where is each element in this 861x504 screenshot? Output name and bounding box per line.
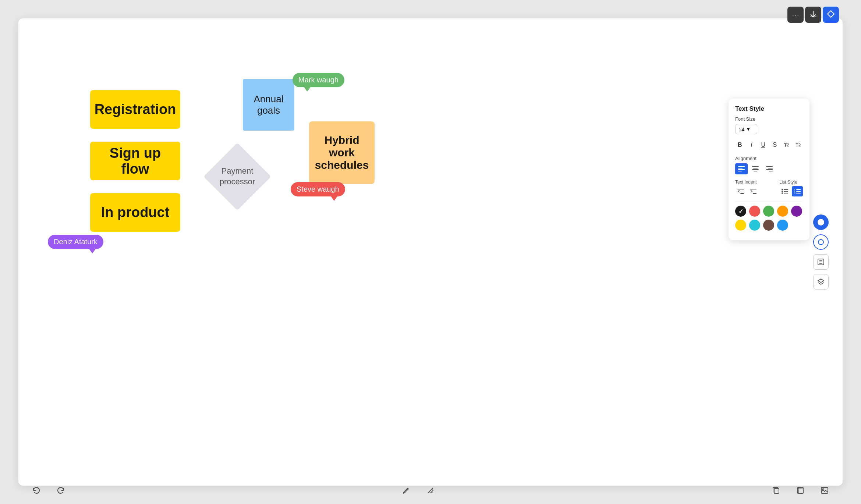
inproduct-label: In product bbox=[101, 205, 170, 220]
bottom-left-tools bbox=[29, 483, 68, 497]
svg-rect-11 bbox=[769, 171, 773, 171]
svg-text:3.: 3. bbox=[794, 192, 796, 194]
deniz-arrow-icon bbox=[89, 248, 96, 253]
format-row: B I U S T2 T2 bbox=[735, 139, 803, 150]
redo-button[interactable] bbox=[54, 483, 68, 497]
color-black[interactable] bbox=[735, 206, 746, 217]
svg-rect-15 bbox=[753, 193, 757, 194]
svg-rect-21 bbox=[784, 193, 788, 194]
font-size-label: Font Size bbox=[735, 116, 803, 122]
deniz-ataturk-label: Deniz Ataturk bbox=[48, 235, 103, 249]
payment-label: Payment processor bbox=[215, 166, 259, 187]
mark-waugh-text: Mark waugh bbox=[298, 76, 339, 84]
registration-sticky[interactable]: Registration bbox=[90, 90, 180, 129]
color-teal[interactable] bbox=[749, 220, 760, 231]
underline-button[interactable]: U bbox=[758, 139, 768, 150]
font-size-select[interactable]: 14 ▾ bbox=[735, 124, 757, 134]
download-button[interactable] bbox=[805, 7, 821, 23]
hybrid-label: Hybrid work schedules bbox=[315, 134, 369, 171]
list-bullet-button[interactable] bbox=[779, 186, 790, 196]
panel-divider bbox=[735, 202, 803, 202]
indent-buttons bbox=[735, 186, 759, 196]
eraser-tool-button[interactable] bbox=[424, 483, 437, 497]
color-orange[interactable] bbox=[777, 206, 788, 217]
svg-rect-25 bbox=[796, 191, 801, 192]
align-right-button[interactable] bbox=[763, 163, 776, 174]
image-button[interactable] bbox=[818, 483, 832, 497]
svg-rect-6 bbox=[752, 169, 759, 170]
svg-rect-8 bbox=[766, 166, 773, 167]
list-buttons: 1.2.3. bbox=[779, 186, 803, 196]
registration-label: Registration bbox=[95, 102, 176, 117]
font-size-dropdown-icon: ▾ bbox=[747, 126, 750, 132]
right-tool-layers-icon[interactable] bbox=[813, 274, 829, 290]
inproduct-sticky[interactable]: In product bbox=[90, 193, 180, 232]
svg-rect-13 bbox=[740, 193, 744, 194]
canvas-content: Registration Sign up flow In product Ann… bbox=[18, 18, 843, 486]
right-tool-outline-circle[interactable] bbox=[813, 234, 829, 250]
mark-arrow-icon bbox=[304, 86, 311, 92]
svg-point-16 bbox=[782, 189, 783, 190]
color-red[interactable] bbox=[749, 206, 760, 217]
svg-rect-10 bbox=[766, 169, 773, 170]
italic-button[interactable]: I bbox=[747, 139, 757, 150]
right-tools bbox=[813, 214, 829, 290]
right-tool-frame-icon[interactable] bbox=[813, 254, 829, 270]
svg-rect-19 bbox=[784, 191, 788, 192]
svg-point-18 bbox=[782, 191, 783, 192]
svg-rect-0 bbox=[738, 166, 745, 167]
align-center-button[interactable] bbox=[749, 163, 762, 174]
color-brown[interactable] bbox=[763, 220, 774, 231]
copy-button[interactable] bbox=[769, 483, 783, 497]
alignment-row bbox=[735, 163, 803, 174]
annual-goals-label: Annual goals bbox=[248, 93, 289, 116]
color-purple[interactable] bbox=[791, 206, 802, 217]
svg-rect-7 bbox=[754, 171, 757, 171]
bold-button[interactable]: B bbox=[735, 139, 745, 150]
svg-rect-2 bbox=[738, 169, 745, 170]
svg-rect-32 bbox=[797, 487, 803, 493]
more-icon: ⋯ bbox=[792, 10, 799, 19]
font-size-row: 14 ▾ bbox=[735, 124, 803, 134]
svg-rect-5 bbox=[753, 168, 758, 168]
annual-goals-sticky[interactable]: Annual goals bbox=[243, 79, 294, 131]
more-button[interactable]: ⋯ bbox=[787, 7, 804, 23]
strikethrough-button[interactable]: S bbox=[770, 139, 780, 150]
font-size-value: 14 bbox=[738, 126, 745, 132]
signup-sticky[interactable]: Sign up flow bbox=[90, 142, 180, 180]
steve-arrow-icon bbox=[330, 196, 338, 201]
svg-rect-31 bbox=[774, 489, 779, 493]
pen-tool-button[interactable] bbox=[399, 483, 413, 497]
superscript-button[interactable]: T2 bbox=[782, 139, 791, 150]
steve-waugh-label: Steve waugh bbox=[291, 182, 345, 196]
top-toolbar: ⋯ bbox=[787, 7, 839, 23]
hybrid-work-sticky[interactable]: Hybrid work schedules bbox=[309, 121, 375, 184]
svg-point-20 bbox=[782, 192, 783, 194]
svg-rect-14 bbox=[750, 189, 757, 189]
text-style-panel: Text Style Font Size 14 ▾ B I U S T2 T2 … bbox=[729, 99, 809, 240]
svg-rect-1 bbox=[738, 168, 743, 168]
right-tool-filled-circle[interactable] bbox=[813, 214, 829, 230]
alignment-label: Alignment bbox=[735, 156, 803, 161]
color-row-2 bbox=[735, 220, 803, 231]
subscript-button[interactable]: T2 bbox=[793, 139, 803, 150]
svg-rect-4 bbox=[752, 166, 759, 167]
list-numbered-button[interactable]: 1.2.3. bbox=[792, 186, 803, 196]
align-left-button[interactable] bbox=[735, 163, 748, 174]
indent-list-row: Text Indent List Style bbox=[735, 180, 803, 196]
diamond-eraser-button[interactable] bbox=[823, 7, 839, 23]
signup-label: Sign up flow bbox=[98, 145, 173, 177]
color-yellow[interactable] bbox=[735, 220, 746, 231]
undo-button[interactable] bbox=[29, 483, 43, 497]
color-green[interactable] bbox=[763, 206, 774, 217]
color-blue[interactable] bbox=[777, 220, 788, 231]
crop-button[interactable] bbox=[793, 483, 807, 497]
bottom-toolbar bbox=[0, 483, 861, 497]
svg-rect-27 bbox=[796, 193, 801, 194]
bottom-center-tools bbox=[399, 483, 437, 497]
download-icon bbox=[809, 10, 817, 20]
indent-decrease-button[interactable] bbox=[735, 186, 746, 196]
svg-rect-12 bbox=[737, 189, 744, 189]
indent-increase-button[interactable] bbox=[748, 186, 759, 196]
payment-diamond-container[interactable]: Payment processor bbox=[204, 143, 270, 210]
